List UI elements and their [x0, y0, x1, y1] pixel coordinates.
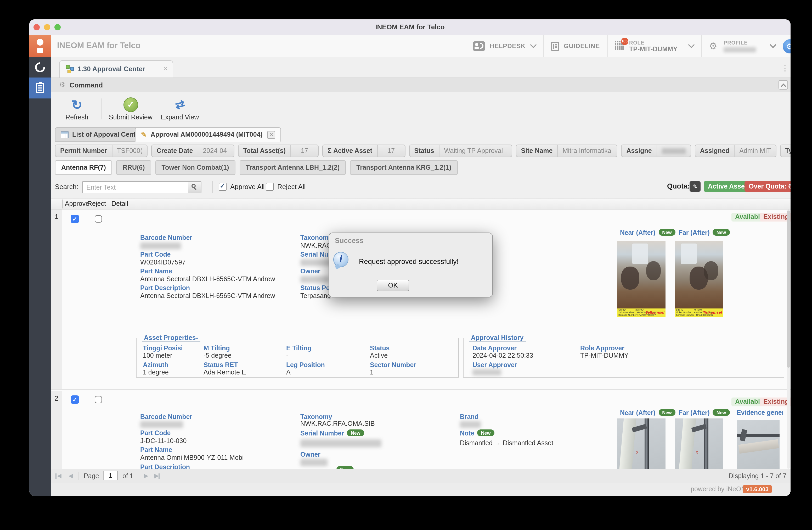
field-label: Brand	[460, 413, 478, 420]
clipboard-icon	[36, 83, 44, 93]
role-value: TP-MIT-DUMMY	[629, 45, 678, 53]
field-value: -	[286, 352, 288, 359]
info-icon	[333, 252, 348, 267]
tab-rru[interactable]: RRU(6)	[116, 160, 151, 175]
refresh-button[interactable]: ↻ Refresh	[56, 97, 98, 121]
filter-active-asset[interactable]: Σ Active Asset17	[322, 144, 405, 157]
near-after-photo[interactable]: x	[618, 418, 666, 469]
role-menu[interactable]: 105 ROLE TP-MIT-DUMMY	[608, 35, 701, 57]
reject-all-checkbox[interactable]	[266, 183, 274, 191]
last-page-icon[interactable]: ▶	[154, 472, 159, 479]
search-input-wrap	[82, 181, 201, 193]
redacted-value	[140, 421, 183, 428]
apps-icon[interactable]: ⚙	[783, 39, 791, 53]
app-title: INEOM EAM for Telco	[57, 41, 141, 50]
field-value: Terpasang	[300, 292, 331, 299]
column-reject[interactable]: Reject	[87, 200, 106, 207]
approve-checkbox[interactable]: ✓	[71, 215, 79, 223]
ok-button[interactable]: OK	[377, 280, 409, 291]
field-value: NWK.RAC.	[300, 242, 333, 249]
footer: powered by iNeOM v1.6.003	[51, 483, 791, 496]
collapse-panel-button[interactable]	[779, 80, 788, 89]
guideline-menu[interactable]: GUIDELINE	[543, 35, 607, 57]
helpdesk-icon	[473, 41, 485, 51]
field-value: J-DC-11-10-030	[140, 437, 187, 445]
role-label: ROLE	[629, 40, 678, 45]
filter-assigne[interactable]: Assigne	[621, 144, 691, 157]
dashboard-icon[interactable]	[35, 62, 45, 72]
far-after-photo[interactable]: x	[675, 418, 723, 469]
field-label: Role Approver	[580, 345, 624, 352]
tab-antenna-rf[interactable]: Antenna RF(7)	[55, 160, 112, 175]
expand-view-button[interactable]: ⇄ Expand View	[157, 97, 203, 121]
search-icon[interactable]	[188, 182, 201, 193]
last-page-icon[interactable]	[159, 473, 160, 479]
guideline-label: GUIDELINE	[564, 42, 600, 50]
subtab-close-icon[interactable]: ✕	[267, 131, 275, 139]
page-input[interactable]	[103, 471, 118, 480]
reject-checkbox[interactable]	[95, 215, 102, 223]
field-value: 100 meter	[143, 352, 172, 359]
new-badge: New	[347, 430, 364, 436]
submit-review-button[interactable]: ✓ Submit Review	[105, 97, 157, 121]
app-window: INEOM EAM for Telco INEOM EAM for Telco …	[29, 19, 791, 496]
filter-assigned[interactable]: AssignedAdmin MIT	[695, 144, 776, 157]
building-icon: 105	[615, 41, 624, 51]
expand-view-label: Expand View	[161, 114, 199, 121]
prev-page-icon[interactable]: ◀	[69, 472, 73, 479]
divider	[213, 181, 213, 193]
filter-bar: Permit NumberTSF000( Create Date2024-04-…	[51, 144, 791, 158]
field-label: Part Description	[140, 463, 190, 469]
field-label: Part Name	[140, 446, 172, 454]
chevron-down-icon	[688, 41, 695, 48]
helpdesk-menu[interactable]: HELPDESK	[466, 35, 543, 57]
subtab-list-of-approval[interactable]: List of Appoval Center	[55, 127, 147, 142]
tab-approval-center[interactable]: 1.30 Approval Center ×	[59, 60, 173, 78]
approve-all-checkbox[interactable]	[219, 183, 227, 191]
filter-create-date[interactable]: Create Date2024-04-	[151, 144, 234, 157]
tab-transport-antenna-lbh[interactable]: Transport Antenna LBH_1.2(2)	[240, 160, 346, 175]
tab-tower-non-combat[interactable]: Tower Non Combat(1)	[155, 160, 235, 175]
far-after-photo[interactable]: Site ID : MIT004Ticket Number : AM000001…	[675, 241, 723, 317]
vertical-scrollbar[interactable]	[787, 209, 790, 469]
command-bar: ⚙ Command	[51, 78, 791, 92]
search-input[interactable]	[83, 182, 194, 193]
column-detail[interactable]: Detail	[112, 200, 128, 207]
evidence-photo[interactable]	[737, 420, 780, 469]
row-number: 2	[51, 395, 62, 402]
field-label: Status	[370, 345, 390, 352]
page-of-label: of 1	[122, 472, 133, 480]
profile-menu[interactable]: ⚙ PROFILE	[701, 35, 783, 57]
pagination-bar: ◀ ◀ Page of 1 ▶ ▶ Displaying 1 - 7 of 7	[51, 469, 791, 483]
field-label: Barcode Number	[140, 413, 192, 420]
first-page-icon[interactable]	[56, 473, 57, 479]
field-label: Taxonomy	[300, 234, 332, 241]
filter-permit-number[interactable]: Permit NumberTSF000(	[55, 144, 148, 157]
edit-quota-button[interactable]: ✎	[690, 181, 700, 192]
filter-total-assets[interactable]: Total Asset(s)17	[238, 144, 319, 157]
reject-checkbox[interactable]	[95, 396, 102, 403]
toolbar: ↻ Refresh ✓ Submit Review ⇄ Expand View	[51, 92, 791, 126]
tab-overflow-icon[interactable]: ⋮	[781, 64, 789, 73]
filter-type[interactable]: Type	[780, 144, 791, 157]
tab-close-icon[interactable]: ×	[164, 65, 168, 72]
expand-arrows-icon: ⇄	[173, 97, 186, 112]
filter-status[interactable]: StatusWaiting TP Approval	[409, 144, 512, 157]
refresh-icon: ↻	[71, 97, 83, 112]
first-page-icon[interactable]: ◀	[57, 472, 61, 479]
new-badge: New	[477, 430, 494, 436]
success-dialog: Success Request approved successfully! O…	[329, 233, 493, 297]
helpdesk-label: HELPDESK	[490, 42, 525, 50]
subtab-approval-detail[interactable]: ✎ Approval AM000001449494 (MIT004) ✕	[135, 127, 281, 142]
sidebar-item-approval[interactable]	[29, 78, 51, 98]
filter-site-name[interactable]: Site NameMitra Informatika	[516, 144, 618, 157]
tab-transport-antenna-krg[interactable]: Transport Antenna KRG_1.2(1)	[350, 160, 458, 175]
next-page-icon[interactable]: ▶	[144, 472, 148, 479]
approve-checkbox[interactable]: ✓	[71, 395, 79, 404]
check-circle-icon: ✓	[123, 97, 138, 112]
field-label: NoteNew	[460, 430, 494, 437]
approval-history-legend: Approval History	[469, 334, 525, 342]
near-after-photo[interactable]: Site ID : MIT004Ticket Number : AM000001…	[618, 241, 666, 317]
redacted-value	[662, 148, 686, 154]
field-label: Taxonomy	[300, 413, 332, 420]
